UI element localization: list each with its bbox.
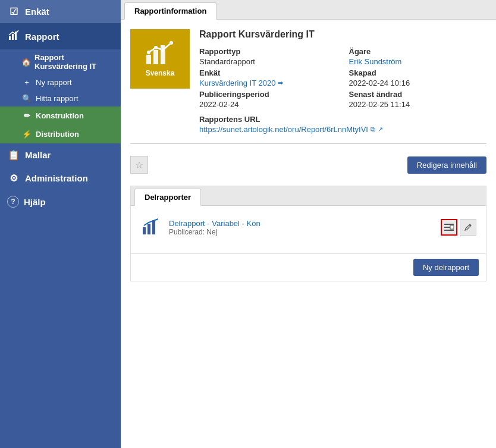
- tabs-bar: Rapportinformation: [121, 0, 496, 20]
- report-details: Rapport Kursvärdering IT Rapporttyp Stan…: [199, 29, 486, 134]
- enkat-field-label: Enkät: [199, 68, 337, 77]
- svg-rect-12: [152, 220, 155, 234]
- svg-rect-15: [444, 230, 454, 231]
- sidebar-green-label-konstruktion: Konstruktion: [36, 111, 84, 120]
- sub-bottom: Ny delrapport: [131, 253, 486, 281]
- sidebar-item-rapport[interactable]: Rapport: [0, 23, 121, 49]
- sidebar-sub-label-ny-rapport: Ny rapport: [36, 78, 72, 87]
- svg-rect-3: [146, 55, 151, 64]
- enkat-link-icon[interactable]: ➡: [278, 79, 283, 87]
- plus-icon: +: [21, 78, 32, 87]
- svg-point-7: [161, 48, 165, 52]
- rapporttyp-label: Rapporttyp: [199, 47, 337, 56]
- search-icon: 🔍: [21, 94, 32, 103]
- sidebar-item-label-administration: Administration: [25, 173, 88, 183]
- sub-tabs-bar: Delrapporter: [131, 186, 486, 206]
- new-delrapport-button[interactable]: Ny delrapport: [413, 259, 479, 276]
- delrapport-item: Delrapport - Variabel - Kön Publicerad: …: [138, 213, 479, 242]
- skapad-label: Skapad: [349, 68, 487, 77]
- publicheringsperiod-group: Publiceringsperiod 2022-02-24: [199, 90, 337, 109]
- sidebar: ☑ Enkät Rapport 🏠 Rapport Kursvärdering …: [0, 0, 121, 448]
- delrapport-status: Publicerad: Nej: [169, 228, 434, 236]
- agare-label: Ägare: [349, 47, 487, 56]
- svg-rect-1: [12, 34, 14, 40]
- tab-delrapporter[interactable]: Delrapporter: [134, 189, 201, 206]
- distribution-icon: ⚡: [21, 130, 32, 139]
- url-label: Rapportens URL: [199, 115, 486, 124]
- report-fields: Rapporttyp Standardrapport Ägare Erik Su…: [199, 47, 486, 109]
- sidebar-green-label-distribution: Distribution: [36, 130, 79, 139]
- mallar-icon: 📋: [7, 149, 20, 161]
- svg-rect-16: [450, 225, 454, 229]
- skapad-group: Skapad 2022-02-24 10:16: [349, 68, 487, 87]
- rapporttyp-group: Rapporttyp Standardrapport: [199, 47, 337, 66]
- tab-rapportinformation[interactable]: Rapportinformation: [124, 2, 216, 20]
- enkat-link-row: Kursvärdering IT 2020 ➡: [199, 79, 337, 87]
- agare-group: Ägare Erik Sundström: [349, 47, 487, 66]
- senast-andrad-label: Senast ändrad: [349, 90, 487, 99]
- sidebar-item-konstruktion[interactable]: ✏ Konstruktion: [0, 106, 121, 125]
- delrapport-actions: [441, 219, 476, 236]
- url-row: https://sunet.artologik.net/oru/Report/6…: [199, 125, 486, 134]
- sidebar-item-rapport-kursvardering[interactable]: 🏠 Rapport Kursvärdering IT: [0, 49, 121, 74]
- sidebar-item-label-mallar: Mallar: [25, 150, 51, 160]
- agare-value[interactable]: Erik Sundström: [349, 57, 487, 66]
- sidebar-item-ny-rapport[interactable]: + Ny rapport: [0, 74, 121, 90]
- delrapport-info: Delrapport - Variabel - Kön Publicerad: …: [169, 219, 434, 236]
- svg-rect-0: [9, 36, 11, 40]
- edit-content-button[interactable]: Redigera innehåll: [407, 156, 486, 174]
- konstruktion-icon: ✏: [21, 111, 32, 120]
- senast-andrad-value: 2022-02-25 11:14: [349, 100, 487, 109]
- sidebar-item-label-enkat: Enkät: [25, 7, 49, 17]
- sidebar-item-hjalp[interactable]: ? Hjälp: [0, 190, 121, 214]
- svg-point-8: [154, 46, 158, 49]
- svg-point-6: [169, 41, 173, 45]
- home-icon: 🏠: [21, 58, 31, 67]
- publicheringsperiod-label: Publiceringsperiod: [199, 90, 337, 99]
- skapad-value: 2022-02-24 10:16: [349, 79, 487, 87]
- publicheringsperiod-value: 2022-02-24: [199, 100, 337, 109]
- svg-rect-13: [444, 224, 454, 225]
- delrapport-name[interactable]: Delrapport - Variabel - Kön: [169, 219, 434, 228]
- sidebar-item-hitta-rapport[interactable]: 🔍 Hitta rapport: [0, 90, 121, 106]
- sub-content: Delrapport - Variabel - Kön Publicerad: …: [131, 206, 486, 249]
- enkat-value[interactable]: Kursvärdering IT 2020: [199, 79, 275, 87]
- sidebar-sub-label-hitta-rapport: Hitta rapport: [36, 94, 79, 103]
- report-thumbnail: Svenska: [130, 29, 190, 89]
- senast-andrad-group: Senast ändrad 2022-02-25 11:14: [349, 90, 487, 109]
- rapporttyp-value: Standardrapport: [199, 57, 337, 66]
- delrapport-edit-button[interactable]: [460, 219, 476, 236]
- url-open-icon[interactable]: ↗: [378, 126, 383, 133]
- content-area: Svenska Rapport Kursvärdering IT Rapport…: [121, 20, 496, 448]
- url-value[interactable]: https://sunet.artologik.net/oru/Report/6…: [199, 125, 368, 134]
- report-info-section: Svenska Rapport Kursvärdering IT Rapport…: [130, 29, 486, 134]
- svg-rect-10: [143, 227, 146, 234]
- url-group: Rapportens URL https://sunet.artologik.n…: [199, 115, 486, 134]
- delrapporter-section: Delrapporter Delrapport - V: [130, 186, 486, 281]
- report-title: Rapport Kursvärdering IT: [199, 29, 486, 40]
- thumbnail-lang-label: Svenska: [146, 69, 175, 77]
- sidebar-item-administration[interactable]: ⚙ Administration: [0, 167, 121, 190]
- sidebar-item-enkat[interactable]: ☑ Enkät: [0, 0, 121, 23]
- action-bar: ☆ Redigera innehåll: [130, 153, 486, 176]
- sidebar-item-label-hjalp: Hjälp: [24, 197, 46, 207]
- svg-point-9: [147, 51, 150, 54]
- enkat-icon: ☑: [7, 6, 20, 17]
- sidebar-item-mallar[interactable]: 📋 Mallar: [0, 143, 121, 167]
- svg-rect-4: [153, 50, 158, 64]
- sidebar-item-distribution[interactable]: ⚡ Distribution: [0, 125, 121, 143]
- rapport-icon: [7, 29, 20, 43]
- section-divider-1: [130, 143, 486, 144]
- delrapport-chart-icon: [140, 217, 162, 238]
- hjalp-icon: ?: [7, 196, 19, 208]
- sidebar-sub-label-kursvardering: Rapport Kursvärdering IT: [34, 53, 114, 71]
- main-content: Rapportinformation Svenska: [121, 0, 496, 448]
- sidebar-item-label-rapport: Rapport: [25, 32, 59, 42]
- svg-rect-11: [147, 224, 150, 234]
- enkat-group: Enkät Kursvärdering IT 2020 ➡: [199, 68, 337, 87]
- administration-icon: ⚙: [7, 173, 20, 184]
- url-copy-icon[interactable]: ⧉: [371, 126, 375, 133]
- delrapport-view-button[interactable]: [441, 219, 457, 236]
- favorite-button[interactable]: ☆: [130, 156, 148, 174]
